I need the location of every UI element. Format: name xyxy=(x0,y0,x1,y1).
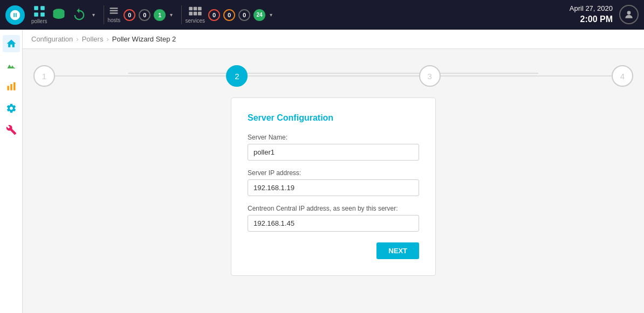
pollers-icon-group[interactable]: pollers xyxy=(31,5,47,24)
step-spacer-3-4 xyxy=(441,75,612,76)
app-logo[interactable] xyxy=(5,5,25,25)
pollers-label: pollers xyxy=(31,18,47,24)
breadcrumb-sep1: › xyxy=(76,35,78,43)
wizard-steps: 1 2 3 4 xyxy=(23,49,644,98)
svg-rect-13 xyxy=(198,12,202,16)
server-ip-group: Server IP address: xyxy=(248,169,419,196)
svg-rect-10 xyxy=(198,7,202,11)
hosts-chevron[interactable]: ▾ xyxy=(170,12,173,18)
refresh-icon-group[interactable] xyxy=(71,8,88,23)
hosts-badge-red[interactable]: 0 xyxy=(124,9,135,21)
svg-rect-9 xyxy=(193,7,197,11)
sidebar-item-configuration[interactable] xyxy=(3,100,20,117)
db-icon xyxy=(50,8,67,23)
svg-rect-1 xyxy=(40,6,45,10)
svg-rect-11 xyxy=(189,12,193,16)
top-navigation: pollers ▾ xyxy=(0,0,644,30)
svg-rect-16 xyxy=(10,84,12,91)
hosts-badge-gray[interactable]: 0 xyxy=(139,9,150,21)
main-content: Configuration › Pollers › Poller Wizard … xyxy=(23,30,644,313)
svg-rect-8 xyxy=(189,7,193,11)
svg-rect-3 xyxy=(40,12,45,17)
wizard-step-1[interactable]: 1 xyxy=(33,65,55,87)
svg-rect-17 xyxy=(13,82,15,91)
hosts-icon-group: hosts xyxy=(107,6,120,23)
svg-rect-2 xyxy=(34,12,38,17)
datetime: April 27, 2020 2:00 PM xyxy=(570,4,613,26)
central-ip-label: Centreon Central IP address, as seen by … xyxy=(248,205,419,212)
services-icon-group: services xyxy=(185,6,205,24)
date-line1: April 27, 2020 xyxy=(570,4,613,13)
pollers-chevron[interactable]: ▾ xyxy=(92,12,95,18)
server-ip-input[interactable] xyxy=(248,179,419,196)
breadcrumb-part3: Poller Wizard Step 2 xyxy=(112,35,176,43)
step-spacer-2-3 xyxy=(248,75,419,76)
form-title: Server Configuration xyxy=(248,113,419,123)
step-spacer-1-2 xyxy=(55,75,226,76)
wizard-step-4[interactable]: 4 xyxy=(612,65,633,87)
breadcrumb-sep2: › xyxy=(106,35,108,43)
services-chevron[interactable]: ▾ xyxy=(270,12,272,18)
hosts-label: hosts xyxy=(107,17,120,23)
central-ip-input[interactable] xyxy=(248,215,419,232)
form-actions: NEXT xyxy=(248,240,419,259)
sidebar xyxy=(0,30,23,313)
svg-rect-6 xyxy=(110,10,118,11)
pollers-section: pollers ▾ xyxy=(31,5,96,24)
pollers-icon xyxy=(32,5,47,17)
svg-rect-0 xyxy=(34,6,38,10)
svg-point-14 xyxy=(627,11,631,15)
server-ip-label: Server IP address: xyxy=(248,169,419,177)
db-icon-group[interactable] xyxy=(50,8,67,23)
sidebar-item-home[interactable] xyxy=(3,35,20,52)
svg-rect-15 xyxy=(7,86,9,90)
user-avatar[interactable] xyxy=(619,5,639,24)
separator-2 xyxy=(181,5,182,24)
svg-rect-7 xyxy=(110,12,118,13)
wizard-step-3[interactable]: 3 xyxy=(419,65,441,87)
breadcrumb: Configuration › Pollers › Poller Wizard … xyxy=(23,30,644,49)
server-name-label: Server Name: xyxy=(248,134,419,141)
breadcrumb-part1[interactable]: Configuration xyxy=(31,35,73,43)
wizard-step-line xyxy=(128,73,538,74)
main-layout: Configuration › Pollers › Poller Wizard … xyxy=(0,30,644,313)
server-name-input[interactable] xyxy=(248,144,419,161)
services-section: services 0 0 0 24 ▾ xyxy=(185,6,273,24)
sidebar-item-reporting[interactable] xyxy=(3,78,20,95)
date-line2: 2:00 PM xyxy=(570,13,613,25)
sidebar-item-monitoring[interactable] xyxy=(3,57,20,74)
svg-rect-5 xyxy=(110,8,118,9)
wizard-step-2[interactable]: 2 xyxy=(226,65,248,87)
next-button[interactable]: NEXT xyxy=(376,242,419,259)
svg-rect-12 xyxy=(193,12,197,16)
refresh-icon xyxy=(71,8,88,23)
hosts-badge-green[interactable]: 1 xyxy=(154,9,166,21)
services-badge-green[interactable]: 24 xyxy=(254,9,265,21)
sidebar-item-tools[interactable] xyxy=(3,121,20,138)
breadcrumb-part2[interactable]: Pollers xyxy=(82,35,104,43)
nav-right: April 27, 2020 2:00 PM xyxy=(570,4,639,26)
services-badge-orange[interactable]: 0 xyxy=(223,9,235,21)
services-badge-gray2[interactable]: 0 xyxy=(238,9,250,21)
server-name-group: Server Name: xyxy=(248,134,419,161)
separator-1 xyxy=(104,5,104,24)
services-label: services xyxy=(185,18,205,24)
central-ip-group: Centreon Central IP address, as seen by … xyxy=(248,205,419,232)
form-card: Server Configuration Server Name: Server… xyxy=(231,98,436,276)
services-badge-red[interactable]: 0 xyxy=(208,9,220,21)
hosts-section: hosts 0 0 1 ▾ xyxy=(107,6,174,23)
